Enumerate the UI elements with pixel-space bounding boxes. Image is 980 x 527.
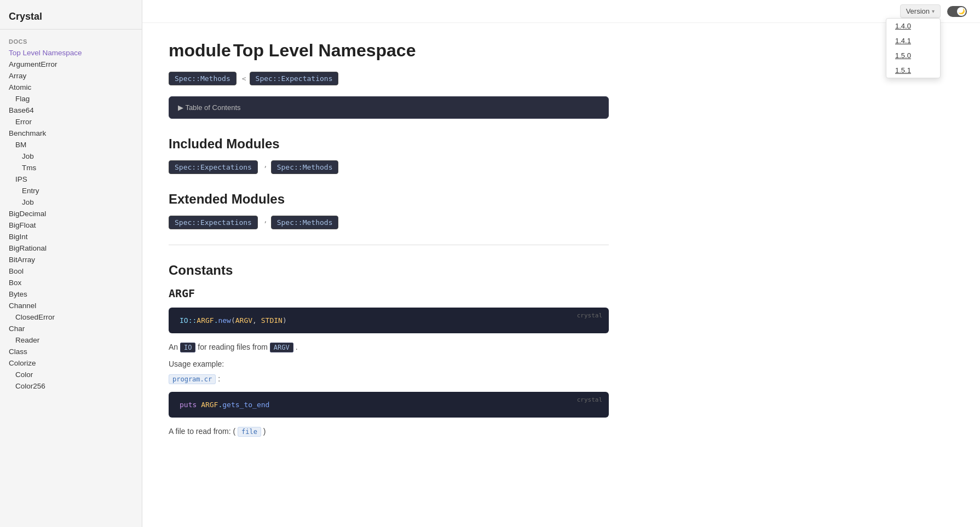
sidebar-item-tms[interactable]: Tms	[0, 162, 142, 173]
sidebar-item-bigdecimal[interactable]: BigDecimal	[0, 208, 142, 219]
moon-icon: 🌙	[958, 8, 965, 14]
sidebar-item-closederror[interactable]: ClosedError	[0, 311, 142, 323]
content-area: module Top Level Namespace Spec::Methods…	[142, 23, 635, 461]
gets-to-end-fn: gets_to_end	[222, 401, 269, 409]
sidebar-item-bm[interactable]: BM	[0, 139, 142, 150]
sidebar-item-atomic[interactable]: Atomic	[0, 82, 142, 93]
extended-modules-title: Extended Modules	[169, 192, 609, 207]
docs-section-label: Docs	[0, 36, 142, 47]
sidebar-item-benchmark[interactable]: Benchmark	[0, 128, 142, 139]
included-mod2[interactable]: Spec::Methods	[271, 160, 339, 174]
sidebar: Crystal Docs Top Level NamespaceArgument…	[0, 0, 142, 527]
argf-ref: ARGF	[197, 316, 214, 325]
file-inline-code: file	[238, 427, 261, 437]
module-keyword: module	[169, 40, 231, 60]
file-desc-line: A file to read from: ( file )	[169, 425, 609, 437]
included-modules-title: Included Modules	[169, 136, 609, 152]
version-option-1-5.0[interactable]: 1.5.0	[886, 48, 940, 63]
argf-constant-name: ARGF	[169, 287, 609, 300]
page-title: Top Level Namespace	[233, 40, 416, 60]
argf-desc-end: .	[296, 343, 298, 351]
theme-toggle[interactable]: 🌙	[947, 6, 967, 17]
argf-code-block: crystal IO::ARGF.new(ARGV, STDIN)	[169, 308, 609, 333]
extended-modules-list: Spec::Expectations , Spec::Methods	[169, 216, 609, 229]
included-modules-list: Spec::Expectations , Spec::Methods	[169, 160, 609, 174]
sidebar-item-job[interactable]: Job	[0, 150, 142, 162]
sidebar-item-ips[interactable]: IPS	[0, 173, 142, 185]
sidebar-item-argument-error[interactable]: ArgumentError	[0, 59, 142, 70]
sidebar-item-color256[interactable]: Color256	[0, 380, 142, 392]
theme-toggle-knob: 🌙	[957, 7, 966, 16]
version-dropdown: 1.4.01.4.11.5.01.5.1	[886, 18, 941, 78]
sidebar-item-flag[interactable]: Flag	[0, 93, 142, 105]
sidebar-item-entry[interactable]: Entry	[0, 185, 142, 196]
sidebar-item-bigrational[interactable]: BigRational	[0, 242, 142, 254]
sidebar-item-class[interactable]: Class	[0, 346, 142, 357]
file-desc-post: )	[263, 427, 266, 436]
sidebar-item-bool[interactable]: Bool	[0, 265, 142, 277]
version-option-1-5.1[interactable]: 1.5.1	[886, 63, 940, 78]
constants-title: Constants	[169, 263, 609, 278]
version-label: Version	[906, 7, 930, 15]
toc-box[interactable]: ▶ Table of Contents	[169, 96, 609, 119]
io-inline-code: IO	[180, 343, 195, 352]
extended-mod1[interactable]: Spec::Expectations	[169, 216, 258, 229]
version-button[interactable]: Version ▾	[900, 4, 941, 18]
comma-sep-2: ,	[263, 216, 268, 229]
sidebar-item-bytes[interactable]: Bytes	[0, 288, 142, 300]
argf-const2: ARGF	[201, 401, 218, 409]
comma-sep-1: ,	[263, 160, 268, 174]
lang-label-2: crystal	[577, 396, 602, 403]
argf-desc-pre: An	[169, 343, 178, 351]
sidebar-item-bigint[interactable]: BigInt	[0, 231, 142, 242]
argf-desc-mid: for reading files from	[198, 343, 268, 351]
argf-description: An IO for reading files from ARGV .	[169, 341, 609, 353]
version-option-1-4.0[interactable]: 1.4.0	[886, 19, 940, 33]
sidebar-item-bigfloat[interactable]: BigFloat	[0, 219, 142, 231]
paren-open1: (	[231, 316, 235, 325]
section-divider	[169, 245, 609, 245]
version-option-1-4.1[interactable]: 1.4.1	[886, 33, 940, 48]
spec-methods-badge[interactable]: Spec::Methods	[169, 72, 237, 85]
sidebar-item-box[interactable]: Box	[0, 277, 142, 288]
included-mod1[interactable]: Spec::Expectations	[169, 160, 258, 174]
file-ref-line: program.cr :	[169, 373, 609, 385]
spec-expectations-badge[interactable]: Spec::Expectations	[250, 72, 339, 85]
version-container: Version ▾ 1.4.01.4.11.5.01.5.1	[900, 4, 941, 18]
spec-badges-row: Spec::Methods < Spec::Expectations	[169, 72, 609, 85]
paren-close1: )	[283, 316, 287, 325]
site-logo: Crystal	[0, 9, 142, 30]
io-namespace: IO	[180, 316, 188, 325]
puts-kw: puts	[180, 401, 197, 409]
usage-label: Usage example:	[169, 360, 609, 368]
usage-colon: :	[218, 374, 220, 383]
sidebar-item-reader[interactable]: Reader	[0, 334, 142, 346]
sidebar-item-bitarray[interactable]: BitArray	[0, 254, 142, 265]
ns-sep1: ::	[188, 316, 197, 325]
main-content: Version ▾ 1.4.01.4.11.5.01.5.1 🌙 module …	[142, 0, 980, 527]
toc-label: ▶ Table of Contents	[178, 103, 241, 112]
lt-operator: <	[242, 74, 246, 83]
sidebar-item-top-level-namespace[interactable]: Top Level Namespace	[0, 47, 142, 59]
program-cr-ref: program.cr	[169, 374, 216, 384]
sidebar-item-color[interactable]: Color	[0, 369, 142, 380]
sidebar-item-error[interactable]: Error	[0, 116, 142, 128]
sidebar-item-colorize[interactable]: Colorize	[0, 357, 142, 369]
module-title-row: module Top Level Namespace	[169, 40, 609, 61]
sidebar-item-base64[interactable]: Base64	[0, 105, 142, 116]
sidebar-item-job2[interactable]: Job	[0, 196, 142, 208]
topbar: Version ▾ 1.4.01.4.11.5.01.5.1 🌙	[142, 0, 980, 23]
new-fn: new	[218, 316, 230, 325]
lang-label: crystal	[577, 312, 602, 319]
version-chevron-icon: ▾	[932, 8, 935, 14]
stdin-const: STDIN	[261, 316, 283, 325]
file-desc-pre: A file to read from:	[169, 427, 231, 436]
argv-inline-code: ARGV	[270, 343, 293, 352]
puts-code-block: crystal puts ARGF.gets_to_end	[169, 392, 609, 418]
sidebar-item-char[interactable]: Char	[0, 323, 142, 334]
extended-mod2[interactable]: Spec::Methods	[271, 216, 339, 229]
argv-const: ARGV	[235, 316, 252, 325]
comma1: ,	[252, 316, 257, 325]
sidebar-item-array[interactable]: Array	[0, 70, 142, 82]
sidebar-item-channel[interactable]: Channel	[0, 300, 142, 311]
